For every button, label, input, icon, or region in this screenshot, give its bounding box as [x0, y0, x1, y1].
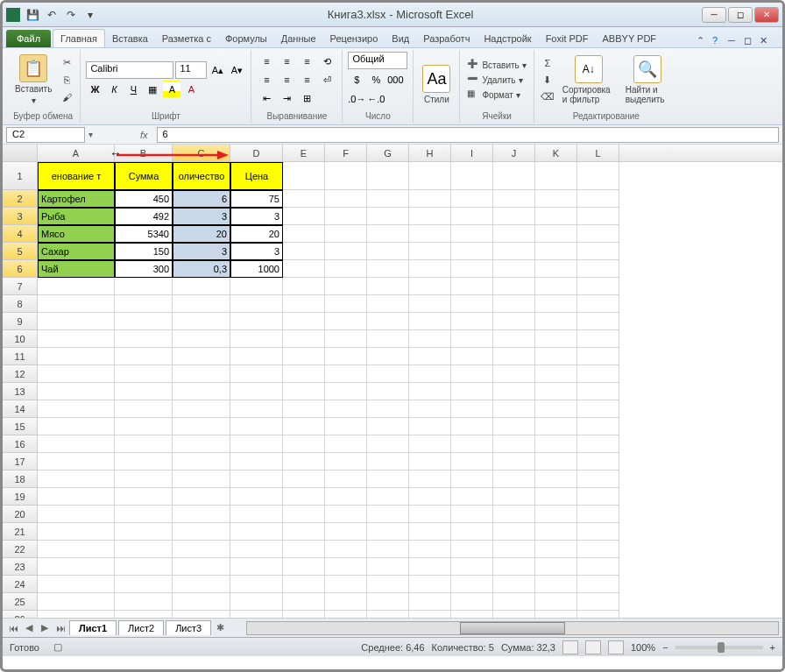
cell-L20[interactable] [577, 506, 619, 523]
cell-G12[interactable] [367, 365, 409, 383]
cell-E2[interactable] [283, 190, 325, 208]
cell-D9[interactable] [230, 313, 283, 330]
cell-C1[interactable]: оличество [173, 162, 230, 190]
cell-G17[interactable] [367, 453, 409, 470]
cell-J8[interactable] [493, 295, 535, 313]
cell-K21[interactable] [535, 523, 577, 541]
cell-B26[interactable] [115, 611, 173, 618]
cut-button[interactable]: ✂ [59, 54, 74, 70]
tab-view[interactable]: Вид [385, 30, 416, 47]
cell-H19[interactable] [409, 488, 451, 506]
new-sheet-button[interactable]: ✱ [213, 621, 227, 635]
cell-A6[interactable]: Чай [38, 260, 115, 278]
cell-B14[interactable] [115, 400, 173, 418]
cell-E19[interactable] [283, 488, 325, 506]
cell-J9[interactable] [493, 313, 535, 330]
cell-B22[interactable] [115, 541, 173, 558]
cell-J4[interactable] [493, 225, 535, 243]
underline-button[interactable]: Ч [124, 81, 142, 98]
font-name-select[interactable]: Calibri [86, 61, 173, 79]
cell-K25[interactable] [535, 593, 577, 611]
cell-L21[interactable] [577, 523, 619, 541]
cell-I21[interactable] [451, 523, 493, 541]
cell-K26[interactable] [535, 611, 577, 618]
cell-F4[interactable] [325, 225, 367, 243]
cell-E15[interactable] [283, 418, 325, 435]
cell-E4[interactable] [283, 225, 325, 243]
page-break-view-button[interactable] [608, 640, 624, 654]
cell-J19[interactable] [493, 488, 535, 506]
cell-F14[interactable] [325, 400, 367, 418]
cell-E25[interactable] [283, 593, 325, 611]
row-header-6[interactable]: 6 [3, 260, 38, 278]
row-header-10[interactable]: 10 [3, 330, 38, 348]
cell-A22[interactable] [38, 541, 115, 558]
cell-G23[interactable] [367, 558, 409, 576]
next-sheet-button[interactable]: ▶ [38, 621, 52, 635]
number-format-select[interactable]: Общий [348, 52, 407, 69]
bold-button[interactable]: Ж [86, 81, 103, 98]
cell-J15[interactable] [493, 418, 535, 435]
cell-H14[interactable] [409, 400, 451, 418]
cell-C22[interactable] [173, 541, 230, 558]
column-header-D[interactable]: D [230, 145, 283, 161]
cell-C7[interactable] [173, 278, 230, 295]
cell-C17[interactable] [173, 453, 230, 470]
align-left-button[interactable]: ≡ [257, 71, 276, 88]
row-header-25[interactable]: 25 [3, 593, 38, 611]
percent-button[interactable]: % [367, 71, 385, 88]
doc-close-icon[interactable]: ✕ [760, 35, 772, 47]
cell-K17[interactable] [535, 453, 577, 470]
cell-I11[interactable] [451, 348, 493, 365]
cell-A19[interactable] [38, 488, 115, 506]
undo-button[interactable]: ↶ [43, 6, 60, 24]
cell-C24[interactable] [173, 576, 230, 593]
cell-D16[interactable] [230, 435, 283, 453]
cell-I22[interactable] [451, 541, 493, 558]
cell-H13[interactable] [409, 383, 451, 400]
row-header-23[interactable]: 23 [3, 558, 38, 576]
cell-A2[interactable]: Картофел [38, 190, 115, 208]
cell-C6[interactable]: 0,3 [173, 260, 230, 278]
cell-G5[interactable] [367, 243, 409, 260]
cell-I8[interactable] [451, 295, 493, 313]
cell-H12[interactable] [409, 365, 451, 383]
cell-F12[interactable] [325, 365, 367, 383]
cell-B15[interactable] [115, 418, 173, 435]
cell-G16[interactable] [367, 435, 409, 453]
cell-K16[interactable] [535, 435, 577, 453]
cell-H24[interactable] [409, 576, 451, 593]
cell-A20[interactable] [38, 506, 115, 523]
cell-D5[interactable]: 3 [230, 243, 283, 260]
cell-L6[interactable] [577, 260, 619, 278]
cell-I14[interactable] [451, 400, 493, 418]
wrap-text-button[interactable]: ⏎ [317, 71, 336, 88]
cell-C13[interactable] [173, 383, 230, 400]
cell-H7[interactable] [409, 278, 451, 295]
cell-B16[interactable] [115, 435, 173, 453]
sheet-tab-3[interactable]: Лист3 [166, 620, 211, 635]
cell-G4[interactable] [367, 225, 409, 243]
cell-K12[interactable] [535, 365, 577, 383]
cell-J10[interactable] [493, 330, 535, 348]
orientation-button[interactable]: ⟲ [317, 53, 336, 70]
cell-F13[interactable] [325, 383, 367, 400]
cell-K7[interactable] [535, 278, 577, 295]
cell-H4[interactable] [409, 225, 451, 243]
cell-E24[interactable] [283, 576, 325, 593]
cell-G13[interactable] [367, 383, 409, 400]
row-header-18[interactable]: 18 [3, 470, 38, 488]
cell-G15[interactable] [367, 418, 409, 435]
cell-B20[interactable] [115, 506, 173, 523]
cell-K6[interactable] [535, 260, 577, 278]
cell-F16[interactable] [325, 435, 367, 453]
cell-A10[interactable] [38, 330, 115, 348]
column-header-K[interactable]: K [535, 145, 577, 161]
cell-E17[interactable] [283, 453, 325, 470]
horizontal-scrollbar[interactable] [246, 621, 779, 635]
column-header-E[interactable]: E [283, 145, 325, 161]
normal-view-button[interactable] [562, 640, 578, 654]
prev-sheet-button[interactable]: ◀ [22, 621, 36, 635]
row-header-12[interactable]: 12 [3, 365, 38, 383]
cell-K11[interactable] [535, 348, 577, 365]
